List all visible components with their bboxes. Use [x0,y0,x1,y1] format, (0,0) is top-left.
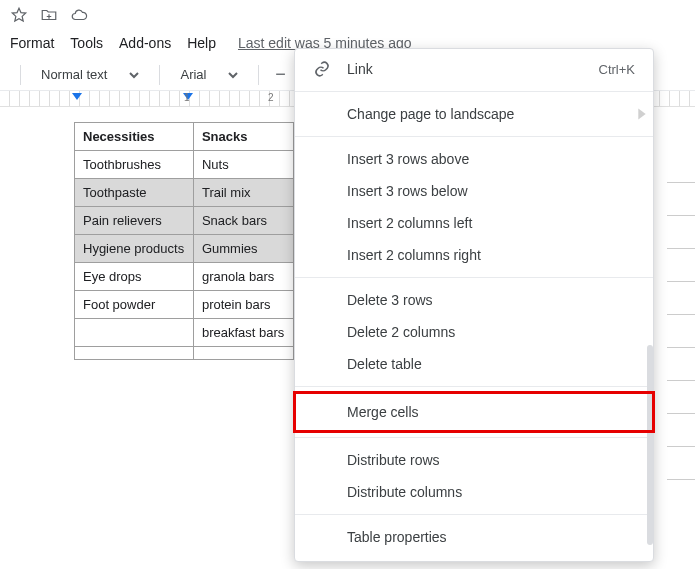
table-row: ToothbrushesNuts [75,151,294,179]
menu-item-label: Delete 3 rows [347,292,433,308]
table-header-row: Necessities Snacks [75,123,294,151]
menu-insert-rows-above[interactable]: Insert 3 rows above [295,143,653,175]
table-row: Hygiene productsGummies [75,235,294,263]
menu-insert-cols-left[interactable]: Insert 2 columns left [295,207,653,239]
menu-shortcut: Ctrl+K [599,62,635,77]
menu-tools[interactable]: Tools [70,35,103,51]
document-table[interactable]: Necessities Snacks ToothbrushesNuts Toot… [74,122,294,360]
ruler-tick-2: 2 [268,92,274,103]
menu-delete-cols[interactable]: Delete 2 columns [295,316,653,348]
menu-distribute-rows[interactable]: Distribute rows [295,444,653,476]
menu-item-label: Insert 3 rows below [347,183,468,199]
menu-item-label: Distribute columns [347,484,462,500]
star-icon[interactable] [10,6,28,27]
link-icon [313,60,331,78]
menu-table-properties[interactable]: Table properties [295,521,653,553]
table-row [75,347,294,360]
menu-item-label: Distribute rows [347,452,440,468]
outline-strip [667,150,695,480]
menu-insert-cols-right[interactable]: Insert 2 columns right [295,239,653,271]
table-header[interactable]: Necessities [75,123,194,151]
context-menu: Link Ctrl+K Change page to landscape Ins… [294,48,654,562]
menu-item-label: Merge cells [347,404,419,420]
paragraph-style-value: Normal text [41,67,107,82]
menu-link[interactable]: Link Ctrl+K [295,53,653,85]
menu-help[interactable]: Help [187,35,216,51]
menu-item-label: Table properties [347,529,447,545]
table-row: breakfast bars [75,319,294,347]
menu-delete-table[interactable]: Delete table [295,348,653,380]
table-row: Pain relieversSnack bars [75,207,294,235]
menu-item-label: Delete 2 columns [347,324,455,340]
menu-item-label: Delete table [347,356,422,372]
menu-item-label: Insert 2 columns left [347,215,472,231]
font-size-decrease[interactable]: − [271,64,289,85]
table-row: ToothpasteTrail mix [75,179,294,207]
font-dropdown[interactable]: Arial [172,64,246,85]
ruler-tick-1: 1 [184,92,190,103]
menu-insert-rows-below[interactable]: Insert 3 rows below [295,175,653,207]
menu-item-label: Link [347,61,373,77]
menu-landscape[interactable]: Change page to landscape [295,98,653,130]
menu-distribute-cols[interactable]: Distribute columns [295,476,653,508]
cloud-icon[interactable] [70,6,88,27]
chevron-down-icon [228,70,238,80]
menu-item-label: Insert 2 columns right [347,247,481,263]
menu-item-label: Insert 3 rows above [347,151,469,167]
paragraph-style-dropdown[interactable]: Normal text [33,64,147,85]
table-header[interactable]: Snacks [193,123,293,151]
font-value: Arial [180,67,206,82]
move-folder-icon[interactable] [40,6,58,27]
chevron-down-icon [129,70,139,80]
menu-format[interactable]: Format [10,35,54,51]
menu-merge-cells[interactable]: Merge cells [295,393,653,431]
table-row: Foot powderprotein bars [75,291,294,319]
menu-delete-rows[interactable]: Delete 3 rows [295,284,653,316]
menu-addons[interactable]: Add-ons [119,35,171,51]
menu-item-label: Change page to landscape [347,106,514,122]
table-row: Eye dropsgranola bars [75,263,294,291]
